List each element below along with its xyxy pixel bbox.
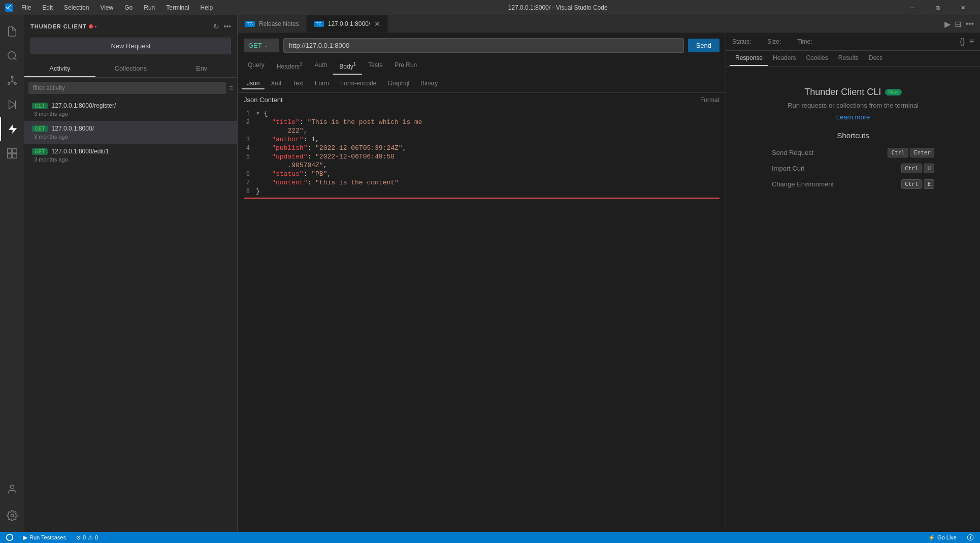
req-tab-prerun[interactable]: Pre Run bbox=[388, 58, 423, 75]
tab-close-button[interactable]: ✕ bbox=[374, 20, 380, 27]
list-item[interactable]: GET 127.0.0.1:8000/ 3 months ago bbox=[24, 121, 237, 144]
tab-label: Release Notes bbox=[259, 20, 299, 27]
sidebar: THUNDER CLIENT • ↻ ••• New Request Activ… bbox=[24, 15, 238, 532]
req-tab-headers[interactable]: Headers3 bbox=[271, 58, 309, 75]
menu-terminal[interactable]: Terminal bbox=[164, 3, 191, 12]
menu-view[interactable]: View bbox=[98, 3, 115, 12]
tab-release-notes[interactable]: TC Release Notes bbox=[238, 15, 307, 33]
title-dot bbox=[89, 24, 93, 28]
activity-account[interactable] bbox=[0, 477, 24, 501]
body-type-graphql[interactable]: Graphql bbox=[382, 78, 414, 89]
send-button[interactable]: Send bbox=[688, 39, 720, 52]
key-enter: Enter bbox=[910, 148, 934, 157]
remote-indicator[interactable] bbox=[4, 534, 15, 541]
item-url: 127.0.0.1:8000/ bbox=[52, 125, 94, 132]
shortcut-keys-send: Ctrl Enter bbox=[888, 148, 934, 157]
window-controls: ─ ⧉ ✕ bbox=[901, 0, 975, 15]
resp-tab-results[interactable]: Results bbox=[833, 51, 864, 66]
key-ctrl-1: Ctrl bbox=[888, 148, 908, 157]
shortcuts-title: Shortcuts bbox=[772, 131, 934, 140]
body-type-binary[interactable]: Binary bbox=[415, 78, 443, 89]
minimize-button[interactable]: ─ bbox=[901, 0, 924, 15]
run-action-icon[interactable]: ▶ bbox=[944, 19, 951, 29]
body-type-tabs: Json Xml Text Form Form-encode Graphql B… bbox=[238, 75, 726, 93]
menu-selection[interactable]: Selection bbox=[62, 3, 91, 12]
menu-go[interactable]: Go bbox=[122, 3, 135, 12]
key-ctrl-2: Ctrl bbox=[901, 164, 922, 173]
svg-point-15 bbox=[10, 485, 14, 489]
notification-icon[interactable] bbox=[965, 534, 976, 541]
line-num-5: 5 bbox=[238, 153, 256, 161]
req-tab-body[interactable]: Body1 bbox=[333, 58, 362, 75]
key-e: E bbox=[924, 179, 934, 189]
main-content: TC Release Notes TC 127.0.0.1:8000/ ✕ ▶ … bbox=[238, 15, 980, 532]
learn-more-link[interactable]: Learn more bbox=[836, 113, 870, 121]
shortcut-import-curl: Import Curl Ctrl U bbox=[772, 164, 934, 173]
list-item[interactable]: GET 127.0.0.1:8000/register/ 3 months ag… bbox=[24, 98, 237, 121]
item-time: 3 months ago bbox=[32, 134, 231, 140]
svg-point-4 bbox=[15, 83, 17, 85]
more-tab-actions-icon[interactable]: ••• bbox=[965, 19, 974, 28]
list-item-top: GET 127.0.0.1:8000/register/ bbox=[32, 102, 231, 109]
key-ctrl-3: Ctrl bbox=[901, 179, 922, 189]
title-bar: File Edit Selection View Go Run Terminal… bbox=[0, 0, 980, 15]
filter-input[interactable] bbox=[28, 82, 226, 94]
req-tab-query[interactable]: Query bbox=[242, 58, 271, 75]
activity-thunder[interactable] bbox=[0, 117, 24, 141]
list-item[interactable]: GET 127.0.0.1:8000/edit/1 3 months ago bbox=[24, 144, 237, 167]
new-request-button[interactable]: New Request bbox=[30, 38, 231, 54]
response-json-icon[interactable]: {} bbox=[960, 37, 965, 46]
activity-source-control[interactable] bbox=[0, 68, 24, 92]
request-sub-tabs: Query Headers3 Auth Body1 Tests bbox=[238, 58, 726, 75]
menu-bar[interactable]: File Edit Selection View Go Run Terminal… bbox=[19, 3, 215, 12]
resp-tab-cookies[interactable]: Cookies bbox=[801, 51, 833, 66]
activity-settings[interactable] bbox=[0, 503, 24, 528]
url-input[interactable] bbox=[283, 38, 684, 53]
go-live-button[interactable]: ⚡ Go Live bbox=[926, 534, 959, 541]
menu-edit[interactable]: Edit bbox=[40, 3, 55, 12]
restore-button[interactable]: ⧉ bbox=[926, 0, 950, 15]
activity-extensions[interactable] bbox=[0, 141, 24, 166]
key-u: U bbox=[924, 164, 934, 173]
body-type-form[interactable]: Form bbox=[310, 78, 334, 89]
menu-file[interactable]: File bbox=[19, 3, 33, 12]
response-more-icon[interactable]: ≡ bbox=[969, 37, 974, 46]
request-pane: GET ⌄ Send Query Headers3 Auth bbox=[238, 33, 726, 532]
activity-bar-bottom bbox=[0, 477, 24, 532]
menu-run[interactable]: Run bbox=[142, 3, 157, 12]
filter-sort-icon[interactable]: ≡ bbox=[229, 84, 233, 92]
activity-search[interactable] bbox=[0, 44, 24, 68]
format-button[interactable]: Format bbox=[700, 97, 720, 104]
resp-tab-response[interactable]: Response bbox=[730, 51, 768, 66]
window-title: 127.0.0.1:8000/ - Visual Studio Code bbox=[508, 4, 608, 11]
req-tab-tests[interactable]: Tests bbox=[362, 58, 388, 75]
refresh-button[interactable]: ↻ bbox=[213, 22, 219, 30]
code-line-6: 6 "status": "PB", bbox=[238, 170, 726, 178]
close-button[interactable]: ✕ bbox=[952, 0, 975, 15]
tab-env[interactable]: Env bbox=[166, 60, 237, 77]
tab-collections[interactable]: Collections bbox=[95, 60, 167, 77]
split-editor-icon[interactable]: ⊟ bbox=[955, 19, 961, 29]
body-type-json[interactable]: Json bbox=[242, 78, 265, 89]
tab-api[interactable]: TC 127.0.0.1:8000/ ✕ bbox=[307, 15, 388, 33]
run-testcases-button[interactable]: ▶ Run Testcases bbox=[21, 534, 68, 541]
more-actions-button[interactable]: ••• bbox=[223, 22, 231, 30]
svg-marker-10 bbox=[9, 124, 17, 134]
error-indicator[interactable]: ⊗ 0 ⚠ 0 bbox=[74, 534, 100, 541]
svg-rect-13 bbox=[8, 154, 12, 158]
activity-list: GET 127.0.0.1:8000/register/ 3 months ag… bbox=[24, 98, 237, 532]
tab-activity[interactable]: Activity bbox=[24, 60, 95, 77]
body-type-xml[interactable]: Xml bbox=[266, 78, 286, 89]
response-header: Status: Size: Time: {} ≡ bbox=[726, 33, 980, 51]
json-editor[interactable]: 1 ▾ { 2 "title": "This is the post which… bbox=[238, 107, 726, 532]
activity-explorer[interactable] bbox=[0, 19, 24, 44]
method-select[interactable]: GET ⌄ bbox=[244, 39, 279, 52]
resp-tab-headers[interactable]: Headers bbox=[768, 51, 801, 66]
body-type-form-encode[interactable]: Form-encode bbox=[335, 78, 381, 89]
activity-run[interactable] bbox=[0, 92, 24, 117]
req-tab-auth[interactable]: Auth bbox=[309, 58, 334, 75]
resp-tab-docs[interactable]: Docs bbox=[864, 51, 888, 66]
menu-help[interactable]: Help bbox=[199, 3, 215, 12]
body-badge: 1 bbox=[353, 61, 356, 67]
body-type-text[interactable]: Text bbox=[287, 78, 309, 89]
